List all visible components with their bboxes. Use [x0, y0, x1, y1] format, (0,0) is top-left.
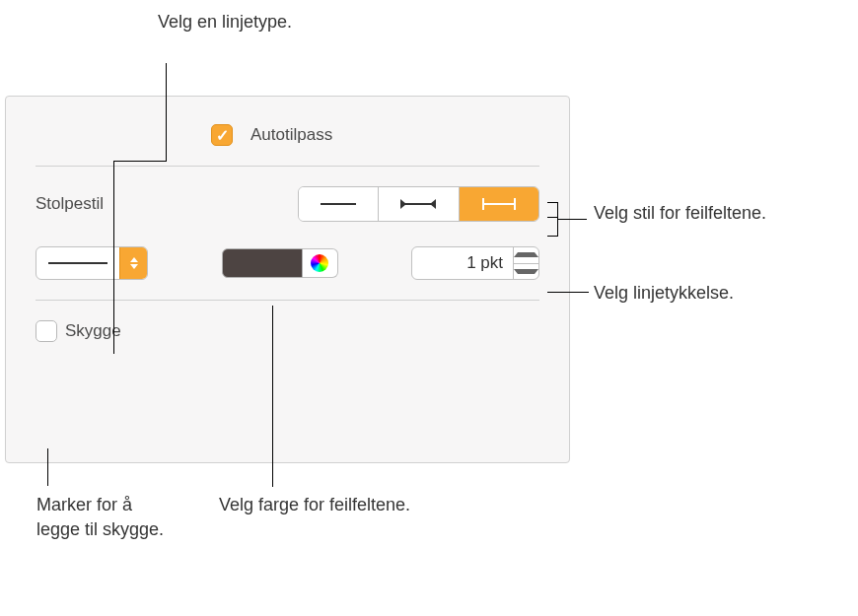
errorbar-capped-icon — [394, 194, 442, 214]
format-panel: ✓ Autotilpass Stolpestil — [5, 96, 570, 463]
errorbar-bracket-icon — [475, 194, 523, 214]
errorbar-style-segmented — [298, 186, 539, 222]
shadow-checkbox[interactable] — [36, 320, 57, 342]
svg-marker-3 — [430, 199, 436, 209]
color-wheel-icon — [311, 254, 328, 272]
chevron-down-icon — [514, 269, 538, 274]
autofit-checkbox[interactable]: ✓ — [211, 124, 233, 146]
line-controls-row: 1 pkt — [36, 246, 539, 280]
callout-line — [547, 292, 589, 293]
stolpestil-label: Stolpestil — [36, 194, 104, 214]
color-picker-group — [222, 246, 338, 280]
chevron-up-icon — [514, 252, 538, 257]
callout-stolpestil: Velg stil for feilfeltene. — [594, 201, 791, 226]
callout-line — [547, 217, 557, 218]
stepper-down[interactable] — [514, 264, 538, 280]
stepper-arrows — [513, 247, 538, 279]
callout-line — [547, 236, 557, 237]
callout-line — [47, 448, 48, 486]
callout-linetype: Velg en linjetype. — [158, 10, 316, 34]
thickness-stepper[interactable]: 1 pkt — [411, 246, 539, 280]
linetype-picker[interactable] — [36, 246, 148, 280]
callout-line — [557, 219, 587, 220]
callout-shadow: Marker for å legge til skygge. — [36, 493, 175, 542]
linetype-preview — [36, 247, 119, 279]
solid-line-icon — [48, 262, 107, 264]
callout-thickness: Velg linjetykkelse. — [594, 281, 811, 306]
svg-marker-2 — [400, 199, 406, 209]
color-swatch[interactable] — [222, 248, 303, 278]
callout-line — [547, 202, 557, 203]
errorbar-style-bracket[interactable] — [460, 187, 538, 221]
chevron-up-icon — [130, 257, 138, 262]
callout-line — [166, 63, 167, 162]
stolpestil-row: Stolpestil — [36, 186, 539, 222]
divider — [36, 166, 539, 167]
shadow-row: Skygge — [36, 320, 539, 342]
color-wheel-button[interactable] — [303, 248, 338, 278]
errorbar-style-line[interactable] — [299, 187, 379, 221]
callout-color: Velg farge for feilfeltene. — [219, 493, 416, 517]
linetype-dropdown-button[interactable] — [119, 247, 147, 279]
autofit-label: Autotilpass — [250, 125, 332, 145]
errorbar-style-capped[interactable] — [379, 187, 459, 221]
errorbar-line-icon — [315, 194, 362, 214]
divider — [36, 300, 539, 301]
callout-line — [113, 161, 167, 162]
autofit-row: ✓ Autotilpass — [211, 124, 539, 146]
check-icon: ✓ — [216, 126, 229, 145]
callout-line — [113, 161, 114, 354]
stepper-up[interactable] — [514, 247, 538, 264]
chevron-down-icon — [130, 264, 138, 269]
callout-line — [272, 306, 273, 487]
thickness-value: 1 pkt — [412, 253, 513, 273]
